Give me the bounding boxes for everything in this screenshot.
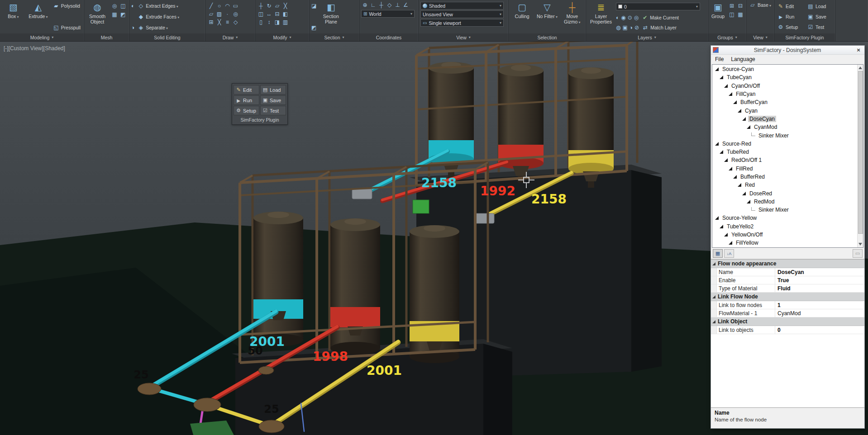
- tree-item-redonoff[interactable]: RedOn/Off 1: [712, 156, 857, 164]
- property-row-name[interactable]: Name DoseCyan: [711, 268, 864, 276]
- make-current-button[interactable]: Make Current: [640, 14, 680, 21]
- stretch-icon[interactable]: [265, 10, 273, 18]
- tree-item-bufferred[interactable]: BufferRed: [712, 173, 857, 181]
- 3d-align-icon[interactable]: [265, 19, 273, 26]
- mesh-smooth-more-icon[interactable]: [110, 11, 119, 19]
- collapse-icon[interactable]: [712, 320, 715, 323]
- group-select-icon[interactable]: [728, 11, 736, 19]
- hatch-icon[interactable]: [215, 10, 223, 18]
- tree-item-source-cyan[interactable]: Source-Cyan: [712, 65, 857, 73]
- scroll-up-icon[interactable]: [858, 66, 862, 69]
- menu-language[interactable]: Language: [728, 55, 758, 63]
- float-setup-button[interactable]: Setup: [234, 106, 259, 115]
- section-panel-label[interactable]: Section: [310, 33, 359, 41]
- subtract-icon[interactable]: [131, 24, 134, 31]
- mesh-refine-icon[interactable]: [110, 2, 119, 10]
- close-icon[interactable]: ×: [854, 47, 863, 53]
- tank-cyan-lower[interactable]: [253, 212, 303, 346]
- arc-icon[interactable]: [224, 2, 231, 10]
- mesh-crease-icon[interactable]: [119, 2, 127, 10]
- groups-panel-label[interactable]: Groups: [708, 33, 746, 41]
- layer-isolate-icon[interactable]: [621, 14, 625, 21]
- culling-button[interactable]: Culling: [510, 1, 534, 19]
- property-row-type-of-material[interactable]: Type of Material Fluid: [711, 284, 864, 293]
- tank-yellow-upper[interactable]: [568, 67, 614, 188]
- tree-item-tubeyello2[interactable]: TubeYello2: [712, 222, 857, 231]
- move-icon[interactable]: [257, 2, 265, 10]
- layer-freeze-icon[interactable]: [628, 14, 632, 21]
- simfactory-test-button[interactable]: Test: [806, 24, 833, 31]
- expand-icon[interactable]: [733, 175, 737, 179]
- property-row-link-to-flow-nodes[interactable]: Link to flow nodes 1: [711, 301, 864, 309]
- simfactory-edit-button[interactable]: Edit: [776, 3, 803, 10]
- ucs-view-icon[interactable]: [402, 1, 410, 9]
- rotate-icon[interactable]: [265, 2, 273, 10]
- draw-panel-label[interactable]: Draw: [205, 33, 255, 41]
- region-icon[interactable]: [232, 19, 239, 26]
- float-load-button[interactable]: Load: [260, 85, 286, 95]
- tree-item-cyanmod[interactable]: CyanMod: [712, 123, 857, 131]
- layer-combo[interactable]: 0: [616, 3, 700, 10]
- ellipse-icon[interactable]: [207, 10, 215, 18]
- property-row-link-to-objects[interactable]: Link to objects 0: [711, 326, 864, 334]
- layer-walk-icon[interactable]: [634, 24, 639, 31]
- expand-icon[interactable]: [729, 167, 732, 170]
- fillet-icon[interactable]: [273, 19, 281, 26]
- property-value[interactable]: True: [775, 276, 864, 284]
- base-button[interactable]: Base: [748, 1, 773, 9]
- layer-lock-icon[interactable]: [634, 14, 639, 21]
- window-titlebar[interactable]: SimFactory - DosingSystem ×: [711, 46, 864, 55]
- property-row-enable[interactable]: Enable True: [711, 276, 864, 284]
- extract-edges-button[interactable]: Extract Edges: [136, 2, 181, 9]
- tree-item-sinker-mixer[interactable]: Sinker Mixer: [712, 131, 857, 139]
- move-gizmo-button[interactable]: Move Gizmo: [561, 1, 584, 24]
- separate-button[interactable]: Separate: [136, 24, 181, 31]
- category-flow-node-appearance[interactable]: Flow node appearance: [711, 260, 864, 268]
- mesh-smooth-less-icon[interactable]: [119, 11, 127, 19]
- tree-item-yellowonoff[interactable]: YellowOn/Off: [712, 231, 857, 239]
- match-layer-button[interactable]: Match Layer: [641, 24, 678, 31]
- tree-item-dosered[interactable]: DoseRed: [712, 189, 857, 197]
- ungroup-icon[interactable]: [728, 2, 736, 10]
- expand-icon[interactable]: [738, 183, 741, 187]
- no-filter-button[interactable]: No Filter: [535, 1, 558, 19]
- tree-scrollbar[interactable]: [857, 65, 863, 247]
- scrollbar-thumb[interactable]: [858, 71, 863, 234]
- expand-icon[interactable]: [715, 216, 719, 220]
- tree-item-dosecyan-selected[interactable]: DoseCyan: [712, 115, 857, 123]
- live-section-icon[interactable]: [311, 2, 316, 9]
- tree-item-fillyellow[interactable]: FillYellow: [712, 239, 857, 247]
- manifold-hub-small[interactable]: [258, 366, 274, 374]
- expand-icon[interactable]: [724, 84, 728, 88]
- ucs-world-icon[interactable]: [361, 1, 369, 9]
- pipe-coupler-right[interactable]: [474, 213, 494, 223]
- group-button[interactable]: Group: [710, 1, 726, 19]
- array-icon[interactable]: [281, 19, 289, 26]
- extrude-faces-button[interactable]: Extrude Faces: [136, 13, 181, 20]
- viewport-controls[interactable]: [-][Custom View][Shaded]: [4, 45, 65, 52]
- visual-style-combo[interactable]: Shaded: [420, 2, 504, 9]
- mirror-icon[interactable]: [281, 10, 289, 18]
- tree-item-buffercyan[interactable]: BufferCyan: [712, 98, 857, 106]
- viewport-config-combo[interactable]: Single viewport: [420, 19, 504, 27]
- trim-icon[interactable]: [281, 2, 289, 10]
- union-icon[interactable]: [131, 2, 134, 9]
- layer-on-icon[interactable]: [616, 24, 620, 31]
- float-run-button[interactable]: Run: [234, 95, 259, 105]
- layer-thaw-icon[interactable]: [622, 24, 627, 31]
- tree-item-sinker-mixer-red[interactable]: Sinker Mixer: [712, 206, 857, 214]
- simfactory-panel-label[interactable]: SimFactory Plugin: [774, 33, 835, 41]
- green-valve-box[interactable]: [413, 200, 429, 213]
- box-button[interactable]: Box: [2, 1, 25, 19]
- extrude-button[interactable]: Extrude: [27, 1, 50, 19]
- property-value[interactable]: 0: [775, 326, 864, 334]
- expand-icon[interactable]: [729, 92, 732, 96]
- tree-item-tubecyan[interactable]: TubeCyan: [712, 73, 857, 81]
- manifold-hub-red[interactable]: [194, 398, 221, 411]
- table-icon[interactable]: [207, 19, 215, 26]
- expand-icon[interactable]: [738, 109, 741, 113]
- collapse-icon[interactable]: [712, 295, 715, 298]
- expand-icon[interactable]: [729, 241, 732, 245]
- erase-icon[interactable]: [273, 10, 281, 18]
- tree-item-fillcyan[interactable]: FillCyan: [712, 90, 857, 98]
